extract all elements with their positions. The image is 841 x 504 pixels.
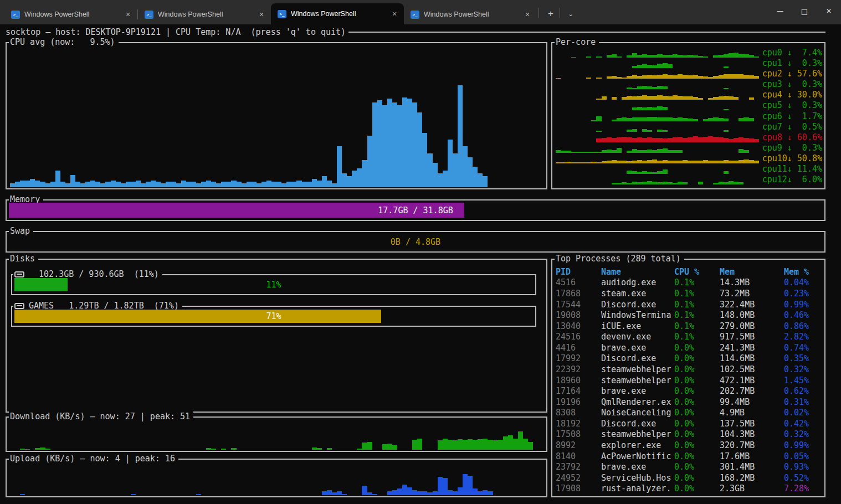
- chart-bar: [332, 183, 337, 187]
- core-label: cpu12↓ 6.0%: [762, 176, 822, 184]
- close-tab-icon[interactable]: ✕: [123, 9, 133, 19]
- chart-bar: [719, 96, 724, 100]
- chart-bar: [642, 117, 647, 121]
- core-spark-chart: [556, 48, 759, 58]
- chart-bar: [617, 56, 622, 58]
- chart-bar: [668, 150, 673, 153]
- core-label: cpu4 ↓ 30.0%: [762, 91, 822, 99]
- chart-bar: [453, 440, 458, 450]
- chart-bar: [668, 182, 673, 184]
- process-cell-pid: 17544: [556, 300, 601, 310]
- chart-bar: [566, 162, 571, 163]
- process-cell-cpu-: 0.0%: [674, 419, 720, 429]
- chart-bar: [458, 85, 463, 188]
- chart-bar: [729, 139, 734, 142]
- process-row: 19008WindowsTermina0.1%148.0MB0.46%: [556, 310, 823, 321]
- minimize-button[interactable]: —: [768, 0, 792, 22]
- core-label: cpu11↓ 11.4%: [762, 165, 822, 173]
- process-cell-mem: 148.0MB: [720, 310, 784, 320]
- powershell-icon: >_: [11, 11, 20, 19]
- chart-bar: [596, 138, 601, 142]
- process-cell-pid: 18960: [556, 376, 601, 385]
- process-row: 18960steamwebhelper0.0%472.1MB1.45%: [556, 375, 823, 386]
- chart-bar: [729, 53, 734, 58]
- chart-bar: [627, 161, 632, 163]
- chart-bar: [566, 151, 571, 152]
- process-cell-name: iCUE.exe: [601, 321, 674, 331]
- chart-bar: [652, 150, 657, 153]
- process-row: 24952ServiceHub.Hos0.0%168.2MB0.52%: [556, 472, 823, 484]
- chart-bar: [657, 161, 662, 163]
- chart-bar: [612, 97, 617, 100]
- chart-bar: [332, 492, 337, 495]
- chart-bar: [693, 55, 698, 58]
- chart-bar: [729, 161, 734, 163]
- chart-bar: [637, 172, 642, 174]
- close-window-button[interactable]: ✕: [817, 0, 841, 22]
- chart-bar: [357, 449, 362, 450]
- tab-dropdown-button[interactable]: ⌄: [563, 7, 578, 21]
- close-tab-icon[interactable]: ✕: [522, 9, 532, 19]
- core-label: cpu1 ↓ 0.3%: [762, 59, 822, 68]
- process-table: PIDNameCPU %MemMem %4516audiodg.exe0.1%1…: [556, 266, 823, 494]
- process-cell-cpu-: 0.0%: [674, 429, 720, 439]
- chart-bar: [708, 161, 713, 163]
- chart-bar: [719, 182, 724, 184]
- chart-bar: [698, 56, 703, 58]
- chart-bar: [698, 182, 703, 184]
- chart-bar: [483, 490, 488, 495]
- chart-bar: [713, 183, 718, 184]
- chart-bar: [602, 161, 607, 163]
- chart-bar: [627, 76, 632, 79]
- tab-windows-powershell-2[interactable]: >_Windows PowerShell✕: [138, 4, 271, 24]
- chart-bar: [612, 76, 617, 79]
- chart-bar: [617, 77, 622, 79]
- process-cell-cpu-: 0.0%: [674, 408, 720, 418]
- chart-bar: [463, 474, 468, 495]
- chart-bar: [237, 182, 242, 187]
- chart-bar: [683, 75, 688, 79]
- chart-bar: [652, 107, 657, 110]
- chart-bar: [372, 494, 377, 495]
- process-cell-pid: 13040: [556, 321, 601, 331]
- chart-bar: [673, 95, 678, 100]
- chart-bar: [10, 183, 15, 187]
- chart-bar: [20, 449, 25, 450]
- chart-bar: [698, 161, 703, 163]
- process-cell-name: steamwebhelper: [601, 376, 674, 385]
- tab-windows-powershell-3[interactable]: >_Windows PowerShell✕: [271, 3, 404, 24]
- chart-bar: [327, 490, 332, 495]
- chart-bar: [622, 97, 627, 100]
- process-cell-pid: 24952: [556, 473, 601, 483]
- chart-bar: [663, 107, 668, 110]
- core-label: cpu6 ↓ 1.7%: [762, 112, 822, 121]
- core-spark-chart: [556, 111, 759, 121]
- chart-bar: [556, 78, 561, 79]
- chart-bar: [703, 137, 708, 142]
- chart-bar: [387, 99, 392, 187]
- chart-bar: [657, 149, 662, 153]
- chart-bar: [754, 56, 759, 58]
- chart-bar: [652, 55, 657, 58]
- per-core-rows: cpu0 ↓ 7.4%cpu1 ↓ 0.3%cpu2 ↓ 57.6%cpu3 ↓…: [556, 48, 822, 185]
- process-cell-pid: 4516: [556, 277, 601, 287]
- cpu-avg-panel-title: CPU avg (now: 9.5%): [9, 37, 119, 48]
- close-tab-icon[interactable]: ✕: [257, 9, 266, 19]
- chart-bar: [622, 78, 627, 79]
- chart-bar: [678, 182, 683, 184]
- tab-windows-powershell-4[interactable]: >_Windows PowerShell✕: [404, 4, 537, 24]
- core-row: cpu12↓ 6.0%: [556, 174, 822, 185]
- chart-bar: [443, 478, 448, 495]
- process-row: 17868steam.exe0.1%73.2MB0.23%: [556, 288, 823, 299]
- new-tab-button[interactable]: +: [543, 7, 558, 21]
- process-cell-pid: 23792: [556, 462, 601, 472]
- powershell-icon: >_: [145, 11, 153, 19]
- core-row: cpu5 ↓ 0.3%: [556, 100, 822, 111]
- chart-bar: [596, 131, 601, 131]
- chart-bar: [724, 74, 729, 79]
- close-tab-icon[interactable]: ✕: [389, 9, 399, 19]
- tab-windows-powershell-1[interactable]: >_Windows PowerShell✕: [4, 4, 137, 24]
- chart-bar: [668, 75, 673, 79]
- maximize-button[interactable]: □: [792, 0, 817, 22]
- process-cell-pid: 4416: [556, 343, 601, 353]
